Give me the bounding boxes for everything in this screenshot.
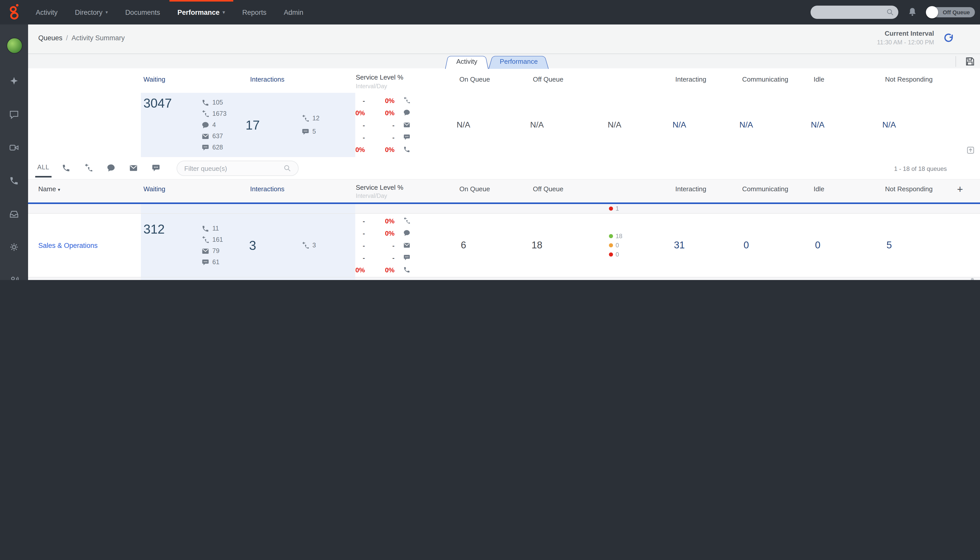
waiting-count: 637	[212, 133, 223, 140]
not-responding-value: 5	[866, 214, 912, 277]
callback-icon	[202, 236, 209, 243]
queue-name-link[interactable]: Support Specialists	[38, 277, 97, 280]
col-name[interactable]: Name ▾	[38, 185, 60, 193]
message-icon	[202, 258, 209, 266]
queue-name-link[interactable]: Sales & Operations	[38, 214, 98, 277]
col-service-level[interactable]: Service Level %	[356, 73, 403, 81]
phone-icon[interactable]	[62, 164, 70, 172]
refresh-icon[interactable]	[943, 33, 955, 44]
idle-value: 0	[795, 214, 841, 277]
members-breakdown: 18 0 0	[609, 214, 622, 277]
tab-activity[interactable]: Activity	[445, 54, 488, 69]
interacting-value: 31	[656, 214, 702, 277]
summary-interacting: N/A	[656, 93, 702, 157]
email-icon[interactable]	[129, 164, 138, 172]
nav-directory[interactable]: Directory▾	[75, 0, 108, 25]
chat-icon	[403, 230, 410, 237]
save-icon[interactable]	[965, 57, 975, 66]
message-icon[interactable]	[152, 164, 160, 172]
waiting-band	[141, 204, 355, 213]
col-on-queue[interactable]: On Queue	[459, 185, 490, 193]
not-responding-value: 7	[866, 277, 912, 280]
sl-day: -	[365, 242, 395, 249]
breadcrumb-separator: /	[66, 34, 68, 42]
yellow-dot-icon	[609, 243, 613, 247]
chat-icon[interactable]	[107, 164, 115, 172]
interval-selector[interactable]: Current Interval 11:30 AM - 12:00 PM	[877, 30, 934, 46]
sl-interval: 0%	[293, 109, 365, 117]
video-icon[interactable]	[9, 143, 19, 152]
add-column-button[interactable]: +	[957, 183, 963, 195]
message-icon	[403, 133, 410, 141]
tab-performance[interactable]: Performance	[488, 54, 549, 69]
channel-filters	[62, 164, 160, 172]
col-interactions[interactable]: Interactions	[250, 75, 284, 83]
table-row: Sales & Operations 312 11 161 79 61 3 3 …	[28, 214, 980, 277]
vertical-scrollbar-thumb[interactable]	[971, 278, 974, 280]
col-off-queue[interactable]: Off Queue	[533, 75, 564, 83]
genesys-logo-icon[interactable]	[7, 4, 22, 20]
col-communicating[interactable]: Communicating	[742, 75, 788, 83]
col-service-level[interactable]: Service Level %	[356, 183, 403, 191]
nav-admin[interactable]: Admin	[284, 0, 303, 25]
table-row: Support Specialists 291 5 162 54 70 3 2 …	[28, 277, 980, 280]
sl-day: -	[365, 133, 395, 141]
toggle-label: Off Queue	[943, 9, 970, 15]
summary-waiting-cell: 3047 105 1673 4 637 628	[144, 93, 227, 157]
waiting-count: 61	[212, 258, 219, 266]
col-interactions[interactable]: Interactions	[250, 185, 284, 193]
col-idle[interactable]: Idle	[814, 75, 824, 83]
col-on-queue[interactable]: On Queue	[459, 75, 490, 83]
settings-icon[interactable]	[9, 242, 19, 252]
sl-interval: -	[293, 229, 365, 237]
off-queue-toggle[interactable]: Off Queue	[927, 7, 975, 17]
communicating-value: 0	[723, 214, 769, 277]
email-icon	[202, 247, 209, 255]
nav-performance[interactable]: Performance▾	[177, 0, 225, 25]
summary-header-row: Waiting Interactions Service Level % Int…	[28, 68, 980, 93]
col-interacting[interactable]: Interacting	[675, 185, 706, 193]
summary-not-responding: N/A	[866, 93, 912, 157]
global-search-input[interactable]	[811, 6, 898, 19]
notifications-bell-icon[interactable]	[908, 7, 917, 17]
favorites-icon[interactable]	[9, 77, 19, 86]
col-interacting[interactable]: Interacting	[675, 75, 706, 83]
sl-day: 0%	[365, 109, 395, 117]
callback-icon[interactable]	[84, 164, 93, 172]
on-queue-value: 6	[440, 214, 487, 277]
nav-activity[interactable]: Activity	[36, 0, 58, 25]
col-not-responding[interactable]: Not Responding	[885, 185, 933, 193]
col-waiting[interactable]: Waiting	[144, 185, 166, 193]
nav-reports[interactable]: Reports	[242, 0, 266, 25]
summary-off-queue: N/A	[514, 93, 560, 157]
sl-interval: -	[293, 242, 365, 249]
chat-icon	[403, 109, 410, 116]
breadcrumb-queues-link[interactable]: Queues	[38, 34, 62, 42]
col-communicating[interactable]: Communicating	[742, 185, 788, 193]
summary-row: 3047 105 1673 4 637 628 17 12 5	[28, 93, 980, 157]
avatar[interactable]	[7, 38, 22, 53]
sl-day: 0%	[365, 229, 395, 237]
col-not-responding[interactable]: Not Responding	[885, 75, 933, 83]
voice-interaction-icon[interactable]	[9, 275, 19, 280]
chevron-down-icon: ▾	[222, 10, 225, 15]
expand-summary-icon[interactable]	[967, 147, 974, 154]
table-row-partial: 1	[28, 204, 980, 214]
nav-documents[interactable]: Documents	[125, 0, 160, 25]
left-sidebar-rail: ?	[0, 25, 28, 280]
filter-queues-input[interactable]	[177, 161, 299, 176]
main-content: Queues / Activity Summary Current Interv…	[28, 25, 980, 280]
message-icon	[403, 254, 410, 261]
phone-icon[interactable]	[9, 176, 19, 186]
col-waiting[interactable]: Waiting	[144, 75, 166, 83]
filter-all-tab[interactable]: ALL	[37, 164, 50, 171]
sl-day: 0%	[365, 217, 395, 225]
chat-icon[interactable]	[9, 110, 19, 119]
inbox-icon[interactable]	[9, 209, 19, 219]
col-service-level-sub: Interval/Day	[356, 193, 387, 199]
interacting-value: 21	[656, 277, 702, 280]
callback-icon	[403, 97, 410, 104]
idle-value: 0	[795, 277, 841, 280]
col-off-queue[interactable]: Off Queue	[533, 185, 564, 193]
col-idle[interactable]: Idle	[814, 185, 824, 193]
